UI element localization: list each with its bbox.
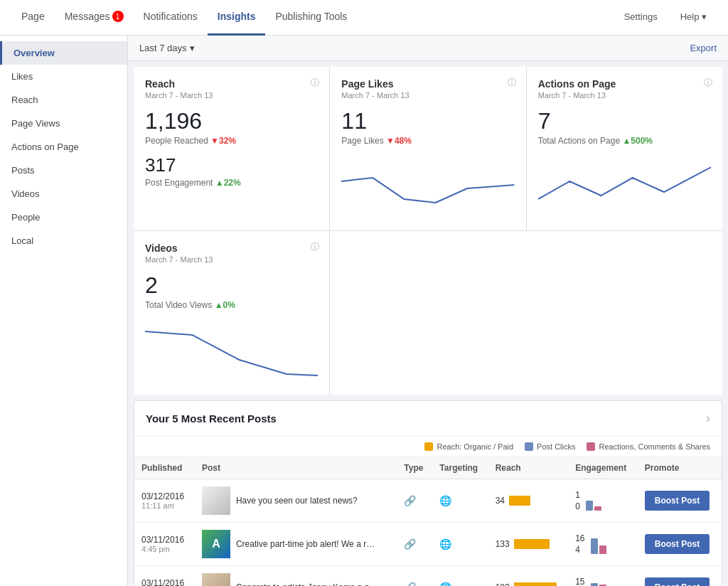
page-likes-pct: ▼48% — [386, 136, 412, 146]
posts-section-header: Your 5 Most Recent Posts › — [134, 401, 722, 437]
page-likes-date: March 7 - March 13 — [341, 91, 514, 100]
cell-reach: 183 — [488, 566, 569, 587]
actions-title: Actions on Page — [538, 78, 711, 90]
cell-promote: Boost Post — [638, 479, 722, 523]
engagement-numbers: 15 12 — [575, 577, 584, 586]
boost-post-button[interactable]: Boost Post — [645, 577, 710, 586]
post-date: 03/12/2016 — [141, 491, 188, 501]
export-button[interactable]: Export — [690, 43, 717, 53]
page-likes-chart — [341, 160, 514, 217]
sidebar-item-videos[interactable]: Videos — [0, 182, 127, 206]
engagement-bar-clicks — [591, 583, 598, 586]
actions-info-icon[interactable]: ⓘ — [704, 77, 712, 89]
nav-settings[interactable]: Settings — [614, 0, 668, 36]
cell-post: Have you seen our latest news? — [195, 479, 397, 523]
legend-clicks: Post Clicks — [525, 442, 575, 451]
nav-insights[interactable]: Insights — [208, 0, 266, 36]
cell-reach: 133 — [488, 523, 569, 566]
nav-help[interactable]: Help ▾ — [670, 0, 717, 36]
engagement-bars — [591, 577, 606, 586]
videos-chart — [145, 324, 318, 381]
cell-engagement: 1 0 — [568, 479, 638, 523]
posts-legend: Reach: Organic / Paid Post Clicks Reacti… — [134, 437, 722, 457]
reach-card-title: Reach — [145, 78, 318, 90]
targeting-icon: 🌐 — [439, 582, 451, 586]
reach-main-value: 1,196 — [145, 108, 318, 134]
legend-reach-dot — [424, 442, 433, 451]
stats-cards-grid: ⓘ Reach March 7 - March 13 1,196 People … — [134, 67, 722, 395]
videos-value: 2 — [145, 272, 318, 299]
col-published: Published — [134, 457, 195, 479]
type-icon: 🔗 — [404, 538, 416, 550]
legend-reach: Reach: Organic / Paid — [424, 442, 513, 451]
main-layout: Overview Likes Reach Page Views Actions … — [0, 36, 728, 586]
date-range-button[interactable]: Last 7 days ▾ — [139, 43, 195, 53]
sidebar: Overview Likes Reach Page Views Actions … — [0, 36, 128, 586]
chevron-down-icon: ▾ — [190, 43, 195, 53]
top-navigation: Page Messages 1 Notifications Insights P… — [0, 0, 728, 36]
engagement-bot: 0 — [575, 501, 580, 511]
col-promote: Promote — [638, 457, 722, 479]
top-nav-right: Settings Help ▾ — [614, 0, 717, 36]
engagement-numbers: 1 0 — [575, 490, 580, 511]
cell-targeting: 🌐 — [432, 479, 488, 523]
legend-reactions-label: Reactions, Comments & Shares — [599, 442, 710, 451]
cell-type: 🔗 — [397, 566, 432, 587]
videos-info-icon[interactable]: ⓘ — [311, 241, 319, 253]
engagement-bot: 4 — [575, 545, 584, 555]
engagement-bar-clicks — [591, 538, 598, 554]
nav-messages[interactable]: Messages 1 — [55, 0, 134, 36]
messages-badge: 1 — [112, 11, 124, 22]
reach-bar — [514, 582, 557, 586]
actions-chart — [538, 160, 711, 217]
subheader: Last 7 days ▾ Export — [128, 36, 728, 61]
sidebar-item-likes[interactable]: Likes — [0, 65, 127, 88]
post-text: Congrats to artists Jenny Kemp a nd Rich… — [236, 582, 378, 586]
nav-page[interactable]: Page — [11, 0, 55, 36]
sidebar-item-actions-on-page[interactable]: Actions on Page — [0, 135, 127, 159]
videos-date: March 7 - March 13 — [145, 255, 318, 264]
main-content: Last 7 days ▾ Export ⓘ Reach March 7 - M… — [128, 36, 728, 586]
targeting-icon: 🌐 — [439, 495, 451, 506]
type-icon: 🔗 — [404, 582, 416, 586]
post-text: Have you seen our latest news? — [236, 496, 358, 506]
targeting-icon: 🌐 — [439, 538, 451, 550]
posts-section-arrow[interactable]: › — [706, 411, 710, 426]
cell-targeting: 🌐 — [432, 566, 488, 587]
posts-section-title: Your 5 Most Recent Posts — [146, 412, 277, 425]
reach-secondary-pct: ▲22% — [215, 178, 241, 188]
cell-engagement: 16 4 — [568, 523, 638, 566]
cell-promote: Boost Post — [638, 566, 722, 587]
post-thumbnail — [202, 486, 230, 515]
sidebar-item-posts[interactable]: Posts — [0, 159, 127, 182]
boost-post-button[interactable]: Boost Post — [645, 491, 710, 511]
videos-card: ⓘ Videos March 7 - March 13 2 Total Vide… — [134, 231, 329, 395]
posts-table: Published Post Type Targeting Reach Enga… — [134, 457, 722, 586]
reach-card-date: March 7 - March 13 — [145, 91, 318, 100]
sidebar-item-overview[interactable]: Overview — [0, 41, 127, 65]
empty-cards-space — [330, 231, 722, 395]
sidebar-item-page-views[interactable]: Page Views — [0, 112, 127, 135]
cell-targeting: 🌐 — [432, 523, 488, 566]
boost-post-button[interactable]: Boost Post — [645, 534, 710, 554]
col-engagement: Engagement — [568, 457, 638, 479]
nav-publishing-tools[interactable]: Publishing Tools — [265, 0, 357, 36]
sidebar-item-reach[interactable]: Reach — [0, 88, 127, 112]
engagement-numbers: 16 4 — [575, 533, 584, 555]
col-reach: Reach — [488, 457, 569, 479]
videos-pct: ▲0% — [215, 300, 235, 310]
page-likes-info-icon[interactable]: ⓘ — [508, 77, 516, 89]
actions-date: March 7 - March 13 — [538, 91, 711, 100]
legend-clicks-dot — [525, 442, 533, 451]
sidebar-item-people[interactable]: People — [0, 206, 127, 229]
reach-value: 34 — [496, 496, 505, 506]
cell-engagement: 15 12 — [568, 566, 638, 587]
videos-label: Total Video Views ▲0% — [145, 300, 318, 310]
nav-notifications[interactable]: Notifications — [134, 0, 208, 36]
legend-reactions-dot — [587, 442, 595, 451]
reach-pct: ▼32% — [210, 136, 236, 146]
actions-label: Total Actions on Page ▲500% — [538, 136, 711, 146]
reach-card-info-icon[interactable]: ⓘ — [311, 77, 319, 89]
post-date: 03/11/2016 — [141, 578, 188, 586]
sidebar-item-local[interactable]: Local — [0, 229, 127, 252]
